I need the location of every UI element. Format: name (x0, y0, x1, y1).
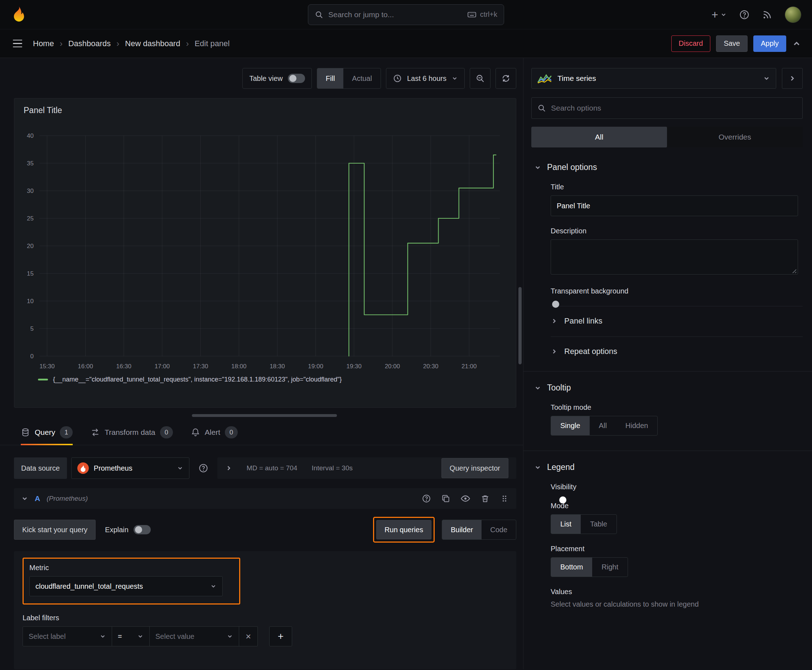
svg-text:18:00: 18:00 (231, 363, 247, 370)
toggle-visibility-icon[interactable] (460, 494, 470, 504)
help-icon[interactable] (739, 9, 750, 20)
menu-toggle-icon[interactable] (11, 37, 24, 50)
main-area: Table view Fill Actual Last 6 hours (0, 58, 812, 669)
grafana-logo[interactable] (11, 6, 27, 24)
query-editor: Data source Prometheus (14, 457, 516, 669)
svg-text:0: 0 (31, 353, 34, 360)
editor-mode-group: Builder Code (442, 520, 516, 540)
chevron-down-icon (763, 75, 770, 82)
panel-preview: Panel Title 051015202530354015:3016:0016… (14, 98, 516, 408)
search-icon (537, 104, 546, 112)
query-a-header: A (Prometheus) (14, 488, 516, 509)
select-value-dropdown[interactable]: Select value (150, 626, 239, 646)
refresh-button[interactable] (495, 68, 516, 89)
breadcrumb-separator: › (116, 39, 119, 48)
topnav-actions: + (711, 7, 801, 23)
table-view-toggle[interactable] (288, 74, 305, 83)
editor-mode-code[interactable]: Code (481, 520, 516, 540)
panel-title-input[interactable] (551, 195, 798, 216)
panel-options-header[interactable]: Panel options (531, 162, 803, 172)
save-button[interactable]: Save (716, 36, 748, 52)
tooltip-mode-hidden[interactable]: Hidden (616, 416, 657, 435)
apply-button[interactable]: Apply (753, 36, 786, 52)
legend-mode-list[interactable]: List (551, 515, 581, 534)
time-series-chart[interactable]: 051015202530354015:3016:0016:3017:0017:3… (17, 120, 508, 374)
global-search[interactable]: ctrl+k (308, 4, 504, 25)
datasource-picker[interactable]: Prometheus (71, 457, 190, 479)
options-tab-all[interactable]: All (531, 127, 667, 147)
tooltip-mode-single[interactable]: Single (551, 416, 590, 435)
panel-actions: Discard Save Apply (671, 36, 801, 52)
top-nav: ctrl+k + (0, 0, 812, 29)
tooltip-mode-all[interactable]: All (590, 416, 616, 435)
visualization-picker[interactable]: Time series (531, 68, 776, 89)
panel-links-section[interactable]: Panel links (551, 306, 803, 326)
options-search-input[interactable] (551, 104, 797, 112)
tab-transform-label: Transform data (105, 428, 155, 437)
operator-dropdown[interactable]: = (112, 626, 150, 646)
search-input[interactable] (328, 10, 462, 19)
scrollbar-thumb[interactable] (519, 287, 522, 364)
tab-alert[interactable]: Alert 0 (191, 426, 238, 445)
duplicate-query-icon[interactable] (441, 494, 450, 503)
breadcrumb-dashboards[interactable]: Dashboards (68, 39, 111, 48)
repeat-options-section[interactable]: Repeat options (551, 337, 803, 356)
editor-mode-builder[interactable]: Builder (442, 520, 481, 540)
collapse-options-button[interactable] (782, 68, 803, 89)
time-range-picker[interactable]: Last 6 hours (386, 68, 465, 89)
drag-grip-icon[interactable] (500, 494, 509, 503)
display-mode-fill[interactable]: Fill (317, 68, 344, 88)
discard-button[interactable]: Discard (671, 36, 711, 52)
breadcrumb-home[interactable]: Home (33, 39, 54, 48)
display-mode-actual[interactable]: Actual (343, 68, 381, 88)
remove-filter-button[interactable]: × (239, 626, 258, 646)
max-data-points: MD = auto = 704 (247, 464, 298, 472)
new-menu-button[interactable]: + (711, 9, 727, 20)
legend-mode-table[interactable]: Table (581, 515, 617, 534)
run-queries-highlight: Run queries (373, 517, 435, 543)
svg-text:16:30: 16:30 (116, 363, 131, 370)
query-help-icon[interactable] (422, 494, 431, 503)
query-actions (422, 494, 509, 504)
chevron-up-icon[interactable] (792, 39, 801, 48)
pane-resize-handle[interactable] (192, 414, 337, 417)
tab-transform[interactable]: Transform data 0 (91, 426, 173, 445)
run-queries-button[interactable]: Run queries (376, 520, 431, 540)
options-search[interactable] (531, 97, 803, 119)
section-legend: Legend Visibility Mode List Table Placem… (524, 451, 812, 608)
user-avatar[interactable] (785, 7, 801, 23)
datasource-help-button[interactable] (194, 457, 213, 479)
svg-text:15:30: 15:30 (39, 363, 55, 370)
panel-options-title: Panel options (547, 162, 597, 172)
add-filter-button[interactable]: + (269, 626, 292, 646)
legend-item[interactable]: {__name__="cloudflared_tunnel_total_requ… (17, 376, 511, 383)
delete-query-icon[interactable] (480, 494, 490, 503)
collapse-caret-icon[interactable] (21, 495, 28, 502)
tab-alert-label: Alert (205, 428, 220, 437)
legend-placement-right[interactable]: Right (592, 558, 627, 577)
metric-select[interactable]: cloudflared_tunnel_total_requests (29, 576, 223, 596)
chevron-right-icon[interactable] (225, 465, 232, 472)
query-toolbar-row: Kick start your query Explain Run querie… (14, 517, 516, 543)
select-label-dropdown[interactable]: Select label (22, 626, 112, 646)
legend-header[interactable]: Legend (531, 462, 803, 472)
chevron-down-icon (227, 633, 233, 640)
explain-toggle[interactable] (134, 525, 151, 535)
svg-text:35: 35 (27, 160, 34, 167)
query-ref-id[interactable]: A (35, 494, 40, 503)
tab-query-count: 1 (60, 426, 73, 438)
options-tab-overrides[interactable]: Overrides (667, 127, 803, 147)
description-input[interactable] (551, 239, 798, 274)
legend-title: Legend (547, 462, 575, 472)
transform-icon (91, 428, 100, 437)
kick-start-button[interactable]: Kick start your query (14, 520, 96, 540)
query-inspector-button[interactable]: Query inspector (441, 458, 509, 478)
news-rss-icon[interactable] (762, 9, 773, 20)
question-circle-icon (198, 463, 209, 473)
tooltip-header[interactable]: Tooltip (531, 383, 803, 393)
breadcrumb-new-dashboard[interactable]: New dashboard (125, 39, 180, 48)
tab-query[interactable]: Query 1 (21, 426, 73, 445)
title-label: Title (551, 183, 803, 191)
legend-placement-bottom[interactable]: Bottom (551, 558, 592, 577)
zoom-out-button[interactable] (470, 68, 490, 89)
